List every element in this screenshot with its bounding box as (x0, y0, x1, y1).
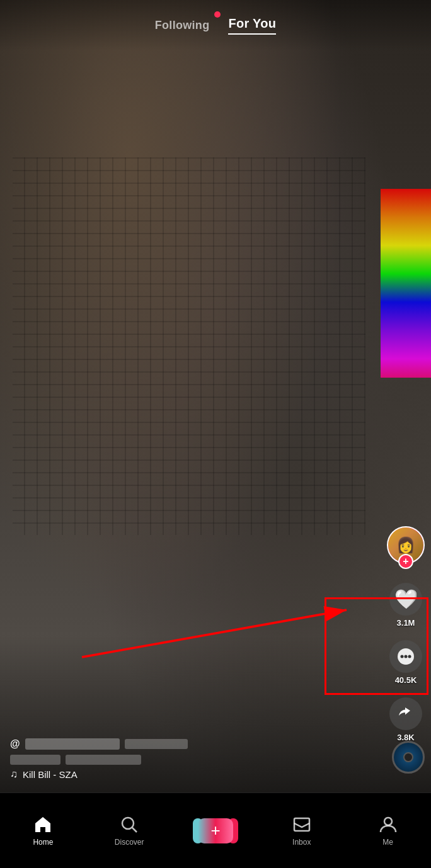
comment-icon (396, 647, 415, 666)
nav-discover[interactable]: Discover (104, 814, 154, 847)
at-symbol: @ (10, 738, 20, 750)
home-label: Home (33, 838, 53, 847)
top-header: Following For You (0, 0, 431, 50)
song-title: Kill Bill - SZA (23, 769, 78, 780)
comment-icon-container (389, 640, 422, 673)
profile-icon (378, 814, 398, 835)
share-button[interactable]: 3.8K (389, 697, 422, 742)
svg-line-7 (132, 828, 137, 832)
svg-point-9 (384, 818, 392, 825)
nav-me[interactable]: Me (363, 814, 413, 847)
svg-point-2 (405, 655, 408, 658)
nav-inbox[interactable]: Inbox (277, 814, 327, 847)
bottom-navigation: Home Discover + Inbox Me (0, 792, 431, 868)
inbox-icon (292, 814, 312, 835)
discover-icon (119, 814, 139, 835)
like-button[interactable]: 🤍 3.1M (389, 583, 422, 628)
music-row: ♫ Kill Bill - SZA (10, 769, 318, 780)
nav-home[interactable]: Home (18, 814, 68, 847)
svg-point-3 (408, 655, 411, 658)
caption-blur-1 (125, 739, 188, 749)
music-note-icon: ♫ (10, 769, 18, 780)
username-blur-block (25, 738, 120, 750)
caption-blur-2 (10, 755, 60, 765)
creator-avatar-container[interactable]: 👩 + (387, 526, 425, 564)
inbox-label: Inbox (292, 838, 311, 847)
pixel-face-overlay (13, 157, 365, 535)
username-row: @ (10, 738, 318, 750)
record-center (403, 752, 413, 762)
follow-plus-button[interactable]: + (398, 554, 413, 569)
video-caption-area: @ ♫ Kill Bill - SZA (0, 738, 328, 780)
svg-point-6 (122, 818, 134, 829)
caption-line-1 (10, 755, 318, 765)
heart-icon: 🤍 (394, 590, 418, 609)
discover-label: Discover (115, 838, 144, 847)
like-icon-container: 🤍 (389, 583, 422, 616)
nav-create[interactable]: + (190, 818, 241, 843)
comment-button[interactable]: 40.5K (389, 640, 422, 685)
colorful-background (381, 189, 431, 378)
following-tab[interactable]: Following (155, 19, 210, 32)
comment-count: 40.5K (395, 675, 417, 685)
plus-icon: + (210, 821, 220, 840)
video-area[interactable] (0, 0, 431, 793)
me-label: Me (382, 838, 393, 847)
like-count: 3.1M (397, 618, 415, 628)
share-icon (396, 704, 415, 723)
music-thumbnail (392, 741, 425, 774)
caption-blur-3 (66, 755, 141, 765)
notification-dot (214, 11, 221, 18)
home-icon (33, 814, 53, 835)
right-action-panel: 👩 + 🤍 3.1M 40.5K 3.8K (387, 526, 425, 742)
svg-point-1 (401, 655, 404, 658)
create-button[interactable]: + (198, 818, 233, 843)
foryou-tab[interactable]: For You (228, 16, 276, 35)
share-icon-container (389, 697, 422, 730)
